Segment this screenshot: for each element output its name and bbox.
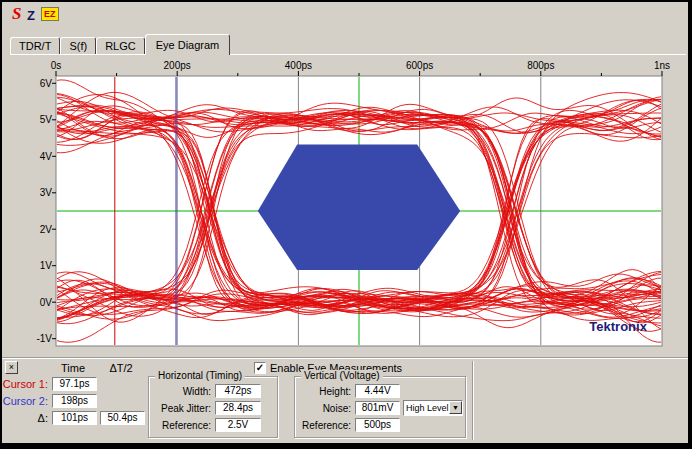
svg-text:0s: 0s — [51, 60, 62, 71]
noise-level-select[interactable]: High Level ▼ — [403, 400, 463, 416]
delta-label: Δ: — [2, 412, 48, 424]
svg-text:0V: 0V — [40, 297, 53, 308]
noise-level-selected: High Level — [406, 403, 449, 413]
peak-jitter-value: 28.4ps — [215, 401, 261, 415]
close-panel-button[interactable]: × — [5, 361, 18, 374]
panel-divider — [472, 361, 474, 440]
delta-dt2-value: 50.4ps — [100, 411, 145, 425]
peak-jitter-label: Peak Jitter: — [151, 403, 211, 414]
svg-text:6V: 6V — [40, 78, 53, 89]
svg-text:5V: 5V — [40, 114, 53, 125]
chevron-down-icon[interactable]: ▼ — [449, 401, 462, 414]
app-window: S Z EZ TDR/T S(f) RLGC Eye Diagram 0s200… — [2, 2, 688, 443]
logo-ez-icon: EZ — [41, 7, 59, 21]
svg-text:3V: 3V — [40, 187, 53, 198]
svg-text:600ps: 600ps — [406, 60, 433, 71]
svg-text:400ps: 400ps — [285, 60, 312, 71]
column-header-dt2: ΔT/2 — [98, 362, 144, 374]
height-value: 4.44V — [355, 384, 400, 398]
svg-text:4V: 4V — [40, 151, 53, 162]
tab-eye-diagram[interactable]: Eye Diagram — [145, 34, 231, 55]
enable-eye-measurements-checkbox[interactable]: ✓ — [254, 362, 266, 374]
cursor1-label: Cursor 1: — [2, 378, 48, 390]
horizontal-reference-label: Reference: — [151, 420, 211, 431]
vertical-voltage-title: Vertical (Voltage) — [301, 370, 383, 381]
svg-text:1ns: 1ns — [654, 60, 670, 71]
noise-value: 801mV — [355, 401, 400, 415]
vertical-reference-value[interactable]: 500ps — [355, 418, 400, 432]
logo-z-icon: Z — [27, 8, 35, 23]
cursor2-label: Cursor 2: — [2, 395, 48, 407]
tektronix-watermark: Tektronix — [589, 319, 647, 334]
noise-label: Noise: — [297, 403, 351, 414]
tab-rlgc[interactable]: RLGC — [96, 37, 145, 55]
vertical-reference-label: Reference: — [297, 420, 351, 431]
tab-tdr-t[interactable]: TDR/T — [10, 37, 60, 55]
cursor1-value-field[interactable]: 97.1ps — [52, 377, 97, 391]
logo-s-icon: S — [12, 4, 21, 24]
svg-text:200ps: 200ps — [164, 60, 191, 71]
horizontal-timing-group: Horizontal (Timing) Width: 472ps Peak Ji… — [148, 376, 278, 438]
svg-text:-1V: -1V — [36, 333, 52, 344]
svg-text:800ps: 800ps — [527, 60, 554, 71]
eye-diagram-panel: 0s200ps400ps600ps800ps1ns6V5V4V3V2V1V0V-… — [10, 54, 686, 357]
eye-diagram-plot[interactable]: 0s200ps400ps600ps800ps1ns6V5V4V3V2V1V0V-… — [10, 55, 686, 357]
column-header-time: Time — [50, 362, 96, 374]
horizontal-timing-title: Horizontal (Timing) — [155, 370, 245, 381]
cursor2-value-field[interactable]: 198ps — [52, 394, 97, 408]
width-value: 472ps — [215, 384, 261, 398]
vertical-voltage-group: Vertical (Voltage) Height: 4.44V Noise: … — [294, 376, 466, 438]
horizontal-reference-value[interactable]: 2.5V — [215, 418, 261, 432]
tab-bar: TDR/T S(f) RLGC Eye Diagram — [10, 33, 230, 55]
height-label: Height: — [297, 386, 351, 397]
measurement-panel: × Time ΔT/2 Cursor 1: 97.1ps Cursor 2: 1… — [2, 357, 688, 443]
delta-time-value: 101ps — [52, 411, 97, 425]
width-label: Width: — [151, 386, 211, 397]
svg-text:1V: 1V — [40, 260, 53, 271]
svg-text:2V: 2V — [40, 224, 53, 235]
tab-sf[interactable]: S(f) — [60, 37, 96, 55]
